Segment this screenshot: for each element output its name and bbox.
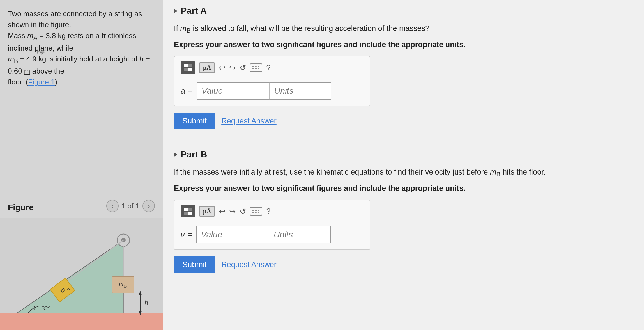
reset-icon: ↺	[240, 63, 246, 72]
svg-rect-0	[0, 313, 163, 330]
section-divider	[174, 141, 633, 141]
svg-text:m: m	[119, 280, 123, 287]
figure-label: Figure	[8, 203, 34, 212]
part-b-actions: Submit Request Answer	[174, 256, 633, 273]
problem-mass-a: Mass mA = 3.8 kg rests on a frictionless…	[8, 31, 136, 52]
symbol-button[interactable]: μÅ	[199, 62, 215, 73]
keyboard-icon	[250, 63, 262, 72]
svg-text:θ = 32°: θ = 32°	[32, 305, 50, 312]
part-b-submit-button[interactable]: Submit	[174, 256, 215, 273]
part-b-redo-button[interactable]: ↪	[229, 207, 236, 216]
part-a-section: Part A If mB is allowed to fall, what wi…	[174, 6, 633, 129]
part-b-undo-button[interactable]: ↩	[219, 207, 225, 216]
part-a-actions: Submit Request Answer	[174, 113, 633, 129]
mu-label[interactable]: μÅ	[199, 62, 215, 73]
part-b-section: Part B If the masses were initially at r…	[174, 149, 633, 273]
figure-counter: 1 of 1	[121, 202, 140, 210]
part-b-request-answer-link[interactable]: Request Answer	[221, 260, 277, 269]
matrix-icon-button[interactable]	[181, 61, 195, 74]
part-b-collapse-icon[interactable]	[174, 152, 177, 157]
svg-text:B: B	[124, 284, 127, 288]
next-figure-button[interactable]: ›	[142, 200, 155, 212]
help-button[interactable]: ?	[266, 63, 271, 72]
right-panel: Part A If mB is allowed to fall, what wi…	[163, 0, 644, 330]
problem-floor: floor. (Figure 1)	[8, 78, 57, 86]
left-panel: Two masses are connected by a string as …	[0, 0, 163, 330]
part-a-submit-button[interactable]: Submit	[174, 113, 215, 129]
figure-area: m A m B h θ = 32°	[0, 218, 163, 330]
part-a-value-input[interactable]	[197, 82, 270, 100]
part-a-request-answer-link[interactable]: Request Answer	[221, 117, 277, 125]
problem-text: Two masses are connected by a string as …	[8, 8, 155, 88]
problem-line1: Two masses are connected by a string as …	[8, 10, 142, 29]
part-b-header[interactable]: Part B	[174, 149, 633, 160]
physics-diagram: m A m B h θ = 32°	[0, 218, 163, 330]
part-b-help-button[interactable]: ?	[266, 207, 271, 216]
figure-nav[interactable]: ‹ 1 of 1 ›	[106, 200, 155, 212]
problem-mass-b: mB = 4.9 kg is initially held at a heigh…	[8, 55, 150, 75]
reset-button[interactable]: ↺	[240, 63, 246, 72]
redo-icon: ↪	[229, 63, 236, 72]
undo-button[interactable]: ↩	[219, 63, 225, 72]
part-a-answer-box: μÅ ↩ ↪ ↺	[174, 56, 370, 106]
part-b-keyboard-button[interactable]	[250, 207, 262, 216]
part-a-header[interactable]: Part A	[174, 6, 633, 16]
part-b-answer-box: μÅ ↩ ↪ ↺	[174, 200, 370, 250]
part-b-value-input[interactable]	[196, 226, 269, 243]
part-a-collapse-icon[interactable]	[174, 9, 177, 13]
part-b-matrix-icon-button[interactable]	[181, 205, 195, 217]
part-b-reset-button[interactable]: ↺	[240, 207, 246, 216]
part-a-toolbar: μÅ ↩ ↪ ↺	[181, 61, 364, 78]
part-b-help-icon: ?	[266, 207, 271, 216]
part-b-redo-icon: ↪	[229, 207, 236, 216]
part-b-instruction: Express your answer to two significant f…	[174, 184, 623, 193]
keyboard-button[interactable]	[250, 63, 262, 72]
part-b-toolbar: μÅ ↩ ↪ ↺	[181, 205, 364, 221]
part-b-units-input[interactable]	[269, 226, 331, 243]
part-b-keyboard-icon	[250, 207, 262, 216]
help-icon: ?	[266, 63, 271, 72]
part-b-title: Part B	[181, 149, 207, 160]
part-b-matrix-icon	[181, 205, 195, 217]
redo-button[interactable]: ↪	[229, 63, 236, 72]
part-a-input-row: a =	[181, 82, 364, 100]
matrix-icon	[181, 61, 195, 74]
svg-marker-14	[139, 291, 142, 295]
part-b-question: If the masses were initially at rest, us…	[174, 166, 623, 179]
part-a-eq-label: a =	[181, 86, 193, 96]
part-a-units-input[interactable]	[270, 82, 331, 100]
svg-text:h: h	[144, 298, 148, 306]
cursor-icon: ☞	[36, 48, 45, 59]
part-b-reset-icon: ↺	[240, 207, 246, 216]
part-b-mu-label[interactable]: μÅ	[199, 206, 215, 217]
part-a-question: If mB is allowed to fall, what will be t…	[174, 23, 623, 35]
part-b-undo-icon: ↩	[219, 207, 225, 216]
part-a-instruction: Express your answer to two significant f…	[174, 40, 623, 49]
undo-icon: ↩	[219, 63, 225, 72]
part-b-eq-label: v =	[181, 230, 192, 239]
part-b-input-row: v =	[181, 226, 364, 243]
part-a-title: Part A	[181, 6, 207, 16]
part-b-symbol-button[interactable]: μÅ	[199, 206, 215, 217]
prev-figure-button[interactable]: ‹	[106, 200, 119, 212]
